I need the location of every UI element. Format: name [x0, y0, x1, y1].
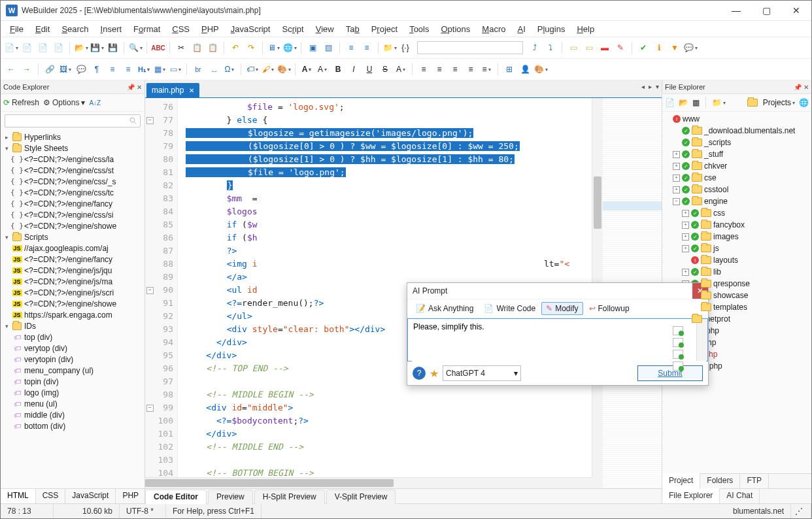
file-tree-item[interactable]: !www [662, 113, 811, 125]
tab-project[interactable]: Project [662, 473, 700, 488]
css-item[interactable]: { }<?=CDN;?>/engine/css/tc [1, 187, 144, 198]
tag-icon[interactable]: 🏷▾ [246, 63, 259, 76]
list-ol-icon[interactable]: ≡ [122, 63, 135, 76]
tab-ftp[interactable]: FTP [740, 474, 769, 488]
filter-icon[interactable]: ▼ [668, 41, 681, 54]
tab-list-icon[interactable]: ▾ [656, 83, 659, 90]
file-tree-item[interactable]: ✓_download.blumentals.net [662, 125, 811, 137]
code-explorer-tree[interactable]: ▸Hyperlinks ▾Style Sheets { }<?=CDN;?>/e… [1, 130, 144, 488]
browser-icon[interactable]: 🌐▾ [283, 41, 296, 54]
menu-plugins[interactable]: Plugins [532, 22, 571, 36]
indent-icon[interactable]: ≡▾ [480, 63, 493, 76]
id-item[interactable]: 🏷top (div) [1, 331, 144, 343]
copy-icon[interactable]: 📋 [190, 41, 203, 54]
image-icon[interactable]: 🖼▾ [59, 63, 72, 76]
tab-prev-icon[interactable]: ◂ [641, 83, 645, 90]
js-item[interactable]: JS<?=CDN;?>/engine/js/ma [1, 276, 144, 287]
css-item[interactable]: { }<?=CDN;?>/engine/css/st [1, 165, 144, 176]
file-tree-item[interactable]: +✓js [662, 243, 811, 254]
file-tree-item[interactable]: +✓lib [662, 266, 811, 278]
menu-php[interactable]: PHP [196, 22, 224, 36]
font-size-icon[interactable]: A▾ [316, 63, 329, 76]
info-icon[interactable]: ℹ [652, 41, 666, 54]
resize-grip-icon[interactable]: ⋰ [791, 504, 811, 518]
js-item[interactable]: JShttps://spark.engaga.com [1, 309, 144, 320]
menu-format[interactable]: Format [128, 22, 165, 36]
redo-icon[interactable]: ↷ [245, 41, 258, 54]
collapse-icon[interactable]: ▾ [3, 145, 10, 152]
js-item[interactable]: JS<?=CDN;?>/engine/js/scri [1, 287, 144, 298]
menu-file[interactable]: File [5, 22, 29, 36]
window-icon[interactable]: ▣ [306, 41, 319, 54]
tab-folders[interactable]: Folders [700, 474, 740, 488]
collapse-icon[interactable]: ▸ [3, 134, 10, 141]
list-ul-icon[interactable]: ≡ [106, 63, 119, 76]
search-icon[interactable]: 🔍▾ [129, 41, 142, 54]
id-item[interactable]: 🏷topin (div) [1, 376, 144, 387]
table-icon[interactable]: ▦▾ [153, 63, 166, 76]
tab-code-editor[interactable]: Code Editor [145, 490, 207, 504]
spellcheck-icon[interactable]: ABC [152, 41, 165, 54]
tab-ai-chat[interactable]: AI Chat [720, 489, 760, 503]
menu-edit[interactable]: Edit [30, 22, 55, 36]
menu-script[interactable]: Script [277, 22, 309, 36]
refresh-button[interactable]: ⟳Refresh [3, 98, 39, 107]
close-button[interactable]: ✕ [781, 1, 811, 20]
js-item[interactable]: JS<?=CDN;?>/engine/fancy [1, 254, 144, 265]
write-code-button[interactable]: 📄Write Code [479, 302, 540, 315]
align-left-icon[interactable]: ≡ [417, 63, 430, 76]
collapse-icon[interactable]: ▾ [3, 323, 10, 329]
id-item[interactable]: 🏷middle (div) [1, 409, 144, 420]
file-tree-item[interactable]: +✓fancybox [662, 219, 811, 231]
window-max-icon[interactable]: ⊞ [503, 63, 516, 76]
arrow-left-icon[interactable]: ← [5, 63, 18, 76]
hyperlinks-group[interactable]: Hyperlinks [24, 133, 61, 142]
save-icon[interactable]: 💾▾ [90, 41, 103, 54]
open-icon[interactable]: 📂▾ [75, 41, 88, 54]
id-item[interactable]: 🏷logo (img) [1, 387, 144, 398]
format-icon[interactable]: ≡ [345, 41, 358, 54]
close-tab-icon[interactable]: ✕ [189, 87, 194, 94]
align-justify-icon[interactable]: ≡ [464, 63, 477, 76]
align-center-icon[interactable]: ≡ [433, 63, 446, 76]
nbsp-icon[interactable]: ⎵ [207, 63, 220, 76]
options-button[interactable]: ⚙Options▾ [43, 98, 85, 107]
tab-html[interactable]: HTML [1, 489, 36, 503]
font-face-icon[interactable]: A▾ [300, 63, 313, 76]
style-sheets-group[interactable]: Style Sheets [24, 144, 68, 153]
menu-tools[interactable]: Tools [404, 22, 434, 36]
search-input[interactable] [5, 114, 141, 127]
panel-icon[interactable]: ▤ [322, 41, 335, 54]
id-item[interactable]: 🏷menu_company (ul) [1, 365, 144, 376]
id-item[interactable]: 🏷bottom (div) [1, 420, 144, 431]
form-icon[interactable]: ▭▾ [169, 63, 182, 76]
code-icon[interactable]: {·} [399, 41, 412, 54]
upload-icon[interactable]: ⤴ [528, 41, 541, 54]
tab-javascript[interactable]: JavaScript [65, 489, 116, 503]
ai-prompt-textarea[interactable] [412, 321, 706, 361]
brush-icon[interactable]: 🖌▾ [262, 63, 275, 76]
file-tree-item[interactable]: +✓csstool [662, 184, 811, 195]
check-icon[interactable]: ✔ [637, 41, 650, 54]
css-item[interactable]: { }<?=CDN;?>/engine/css/_s [1, 176, 144, 187]
cut-icon[interactable]: ✂ [175, 41, 188, 54]
tab-preview[interactable]: Preview [208, 490, 253, 504]
bold-icon[interactable]: B [331, 63, 345, 76]
maximize-button[interactable]: ▢ [751, 1, 781, 20]
comment-icon[interactable]: 💬 [75, 63, 88, 76]
favorite-button[interactable]: ★ [430, 367, 439, 380]
projects-button[interactable]: Projects▾ [747, 98, 795, 107]
tab-php[interactable]: PHP [116, 489, 146, 503]
paragraph-icon[interactable]: ¶ [90, 63, 103, 76]
edit-icon[interactable]: ✎ [614, 41, 627, 54]
arrow-right-icon[interactable]: → [20, 63, 33, 76]
php-doc-icon[interactable]: 📄 [52, 41, 65, 54]
js-item[interactable]: JS//ajax.googleapis.com/aj [1, 243, 144, 254]
help-button[interactable]: ? [413, 367, 426, 380]
css-item[interactable]: { }<?=CDN;?>/engine/showe [1, 220, 144, 231]
menu-tab[interactable]: Tab [341, 22, 365, 36]
menu-project[interactable]: Project [366, 22, 403, 36]
js-item[interactable]: JS<?=CDN;?>/engine/showe [1, 298, 144, 309]
css-item[interactable]: { }<?=CDN;?>/engine/fancy [1, 198, 144, 209]
file-tree-item[interactable]: ✓_scripts [662, 137, 811, 148]
